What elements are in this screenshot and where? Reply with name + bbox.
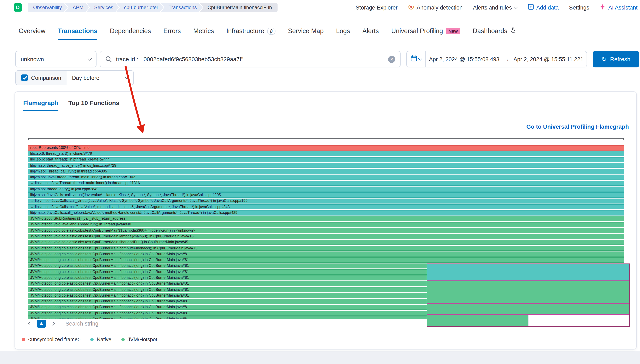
alerts-and-rules-button[interactable]: Alerts and rules (473, 4, 517, 10)
anomaly-detection-icon (408, 4, 414, 11)
add-data-button[interactable]: Add data (528, 4, 559, 11)
new-badge: New (446, 28, 460, 34)
legend-item-unsymbolized: <unsymbolized frame> (22, 337, 81, 342)
arrow-right-icon: → (504, 56, 509, 62)
flame-search-input[interactable] (65, 320, 156, 327)
flame-row[interactable]: JVM/Hotspot: void co.elastic.obs.test.Cp… (28, 228, 624, 233)
flame-row-label: libc.so.6: thread_start() in clone.S#79 (30, 152, 92, 156)
flame-row[interactable]: JVM/Hotspot: long co.elastic.obs.test.Cp… (28, 252, 624, 257)
panel-tabs: Flamegraph Top 10 Functions (23, 99, 119, 111)
header-actions: Storage Explorer Anomaly detection Alert… (356, 4, 637, 11)
previous-match-button[interactable] (29, 322, 32, 325)
storage-explorer-button[interactable]: Storage Explorer (356, 4, 398, 10)
flame-row-label: → libjvm.so: JavaCalls::call_virtual(Jav… (30, 199, 248, 203)
breadcrumb-item[interactable]: CpuBurnerMain.fibonacciFun (200, 3, 278, 12)
zoom-row-empty-half (528, 315, 629, 326)
flame-row[interactable]: JVM/Hotspot: StubRoutines (1) [call_stub… (28, 216, 624, 221)
search-input[interactable] (100, 51, 400, 67)
ai-assistant-button[interactable]: AI Assistant (600, 4, 637, 11)
date-picker: Apr 2, 2024 @ 15:55:08.493 → Apr 2, 2024… (406, 51, 587, 68)
date-end[interactable]: Apr 2, 2024 @ 15:55:11.221 (513, 56, 583, 62)
kql-search-box: ✕ (100, 51, 400, 68)
flame-row[interactable]: JVM/Hotspot: void java.lang.Thread.run()… (28, 222, 624, 227)
date-start[interactable]: Apr 2, 2024 @ 15:55:08.493 (429, 56, 499, 62)
breadcrumb-item[interactable]: Observability (28, 3, 68, 12)
flame-row[interactable]: libc.so.6: start_thread() in pthread_cre… (28, 157, 624, 162)
tab-logs[interactable]: Logs (336, 27, 350, 39)
flame-row-label: JVM/Hotspot: long co.elastic.obs.test.Cp… (30, 246, 197, 250)
breadcrumb-item[interactable]: cpu-burner-otel (116, 3, 164, 12)
flame-row[interactable]: → libjvm.so: JavaCalls::call_virtual(Jav… (28, 198, 624, 204)
next-match-button[interactable] (51, 322, 54, 325)
settings-label: Settings (569, 4, 589, 10)
beta-badge: β (267, 28, 276, 34)
anomaly-detection-button[interactable]: Anomaly detection (408, 4, 463, 11)
calendar-icon (410, 55, 417, 63)
legend-dot (91, 338, 94, 341)
chevron-right-icon (51, 322, 55, 326)
flame-row[interactable]: → libjvm.so: JavaCalls::call(JavaValue*,… (28, 204, 624, 210)
flame-row-label: JVM/Hotspot: long co.elastic.obs.test.Cp… (30, 270, 189, 274)
flame-row[interactable]: JVM/Hotspot: long co.elastic.obs.test.Cp… (28, 258, 624, 263)
comparison-select-value: Day before (72, 75, 99, 81)
go-to-universal-profiling-link[interactable]: Go to Universal Profiling Flamegraph (526, 123, 629, 130)
tab-dependencies[interactable]: Dependencies (110, 27, 151, 39)
refresh-button[interactable]: ↻ Refresh (593, 51, 639, 68)
date-range[interactable]: Apr 2, 2024 @ 15:55:08.493 → Apr 2, 2024… (426, 56, 587, 62)
flame-row[interactable]: root: Represents 100% of CPU time. (28, 145, 624, 150)
tab-dashboards[interactable]: Dashboards (473, 27, 516, 39)
flame-row-label: JVM/Hotspot: void co.elastic.obs.test.Cp… (30, 228, 195, 233)
page: D ObservabilityAPMServicescpu-burner-ote… (0, 0, 640, 364)
flame-row-label: libjvm.so: thread_native_entry() in os_l… (30, 163, 116, 168)
tab-overview[interactable]: Overview (19, 27, 45, 39)
flame-row[interactable]: JVM/Hotspot: void co.elastic.obs.test.Cp… (28, 234, 624, 239)
environment-select[interactable]: unknown (15, 51, 97, 68)
chevron-down-icon (418, 56, 422, 60)
flame-row-label: → libjvm.so: JavaCalls::call(JavaValue*,… (30, 204, 230, 209)
tab-universal-profiling[interactable]: Universal Profiling New (391, 27, 460, 39)
tab-infrastructure[interactable]: Infrastructure β (226, 27, 276, 39)
date-picker-calendar-button[interactable] (407, 51, 426, 67)
flame-row-label: JVM/Hotspot: long co.elastic.obs.test.Cp… (30, 252, 189, 256)
legend-dot (121, 338, 125, 341)
flame-row-label: libjvm.so: JavaCalls::call_virtual(JavaV… (30, 193, 221, 197)
flame-row[interactable]: libjvm.so: thread_native_entry() in os_l… (28, 163, 624, 168)
flame-row[interactable]: JVM/Hotspot: long co.elastic.obs.test.Cp… (28, 246, 624, 251)
zoom-row-partial (427, 315, 629, 326)
flame-row[interactable]: JVM/Hotspot: void co.elastic.obs.test.Cp… (28, 240, 624, 245)
legend-label: JVM/Hotspot (128, 337, 157, 342)
up-button[interactable] (37, 320, 46, 328)
tab-alerts[interactable]: Alerts (362, 27, 379, 39)
flame-row-label: JVM/Hotspot: long co.elastic.obs.test.Cp… (30, 293, 189, 298)
tab-errors[interactable]: Errors (163, 27, 181, 39)
comparison-control: Comparison Day before (15, 70, 134, 85)
flame-row-label: JVM/Hotspot: long co.elastic.obs.test.Cp… (30, 311, 189, 316)
flame-row[interactable]: libjvm.so: JavaCalls::call_helper(JavaVa… (28, 210, 624, 215)
flame-row-label: libc.so.6: start_thread() in pthread_cre… (30, 158, 110, 162)
breadcrumb-item[interactable]: Transactions (161, 3, 203, 12)
comparison-checkbox[interactable] (21, 74, 28, 81)
tab-metrics[interactable]: Metrics (193, 27, 214, 39)
breadcrumb-item[interactable]: APM (65, 3, 89, 12)
flame-row[interactable]: → libjvm.so: JavaThread::thread_main_inn… (28, 180, 624, 186)
zoom-row-green-half (427, 315, 528, 326)
tab-transactions[interactable]: Transactions (58, 27, 97, 40)
tab-flamegraph[interactable]: Flamegraph (23, 99, 58, 111)
flame-row[interactable]: libjvm.so: thread_entry() in jvm.cpp#284… (28, 186, 624, 192)
flame-row[interactable]: libjvm.so: JavaCalls::call_virtual(JavaV… (28, 192, 624, 198)
breadcrumb-item[interactable]: Services (86, 3, 119, 12)
flame-row[interactable]: libjvm.so: JavaThread::thread_main_inner… (28, 175, 624, 180)
flamegraph-zoom-overlay (427, 264, 630, 327)
tab-service-map[interactable]: Service Map (288, 27, 324, 39)
settings-button[interactable]: Settings (569, 4, 589, 10)
tab-top-10-functions[interactable]: Top 10 Functions (68, 99, 119, 111)
clear-search-icon[interactable]: ✕ (388, 56, 395, 63)
flamegraph-depth-bracket (23, 145, 25, 253)
add-data-label: Add data (536, 4, 559, 10)
flame-row[interactable]: libc.so.6: thread_start() in clone.S#79 (28, 151, 624, 156)
flame-row[interactable]: libjvm.so: Thread::call_run() in thread.… (28, 169, 624, 174)
flame-row-label: JVM/Hotspot: void co.elastic.obs.test.Cp… (30, 234, 193, 239)
comparison-select[interactable]: Day before (67, 71, 133, 85)
legend-label: Native (97, 337, 111, 342)
project-logo[interactable]: D (14, 3, 22, 12)
